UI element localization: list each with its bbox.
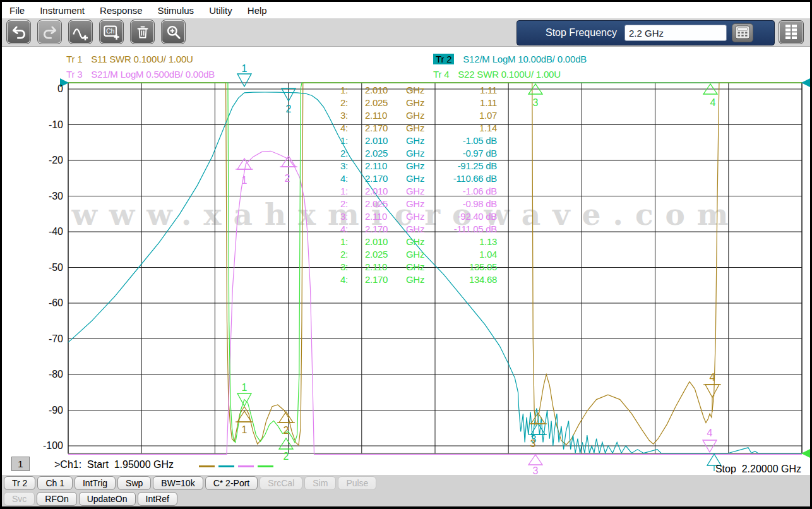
- trace-id-badge: Tr 3: [66, 69, 82, 80]
- menu-item-stimulus[interactable]: Stimulus: [150, 5, 202, 16]
- trace-format-label: S11 SWR 0.100U/ 1.00U: [91, 54, 193, 64]
- statusbar-button-rfon[interactable]: RFOn: [37, 492, 76, 506]
- marker-frequency-unit: GHz: [406, 109, 431, 122]
- undo-button[interactable]: [6, 20, 31, 44]
- marker-number: 4:: [323, 273, 348, 286]
- marker-frequency: 2.170: [365, 122, 400, 135]
- statusbar-button-updateon[interactable]: UpdateOn: [79, 492, 136, 506]
- delete-button[interactable]: [130, 20, 155, 44]
- add-trace-button[interactable]: [68, 20, 93, 44]
- legend-dash: [199, 465, 215, 467]
- marker-value: 134.68: [429, 273, 497, 286]
- svg-text:1: 1: [242, 382, 248, 393]
- statusbar-button-bw-10k[interactable]: BW=10k: [153, 476, 203, 490]
- marker-value: -1.06 dB: [429, 185, 497, 198]
- status-button-bar: Tr 2Ch 1IntTrigSwpBW=10kC* 2-PortSrcCalS…: [2, 475, 810, 506]
- y-axis-tick-label: -10: [25, 119, 63, 131]
- marker-value: 1.04: [429, 248, 497, 261]
- statusbar-button-inttrig[interactable]: IntTrig: [75, 476, 116, 490]
- y-axis-tick-label: -50: [25, 262, 63, 273]
- marker-value: -0.97 dB: [429, 147, 497, 160]
- marker-frequency-unit: GHz: [406, 84, 431, 97]
- svg-text:2: 2: [286, 104, 292, 114]
- display-area: www.xahxmicrowave.com 123123412341234 Tr…: [2, 47, 810, 475]
- stop-frequency-readout: Stop 2.20000 GHz: [715, 464, 801, 475]
- statusbar-button-pulse[interactable]: Pulse: [338, 476, 376, 490]
- toolbar: Ch Stop Frequency: [2, 18, 810, 47]
- trace-header-2[interactable]: Tr 2S12/M LogM 10.00dB/ 0.00dB: [433, 54, 587, 64]
- svg-text:4: 4: [710, 372, 715, 383]
- marker-number: 1:: [323, 135, 348, 147]
- marker-glyph: 1: [237, 382, 251, 406]
- marker-glyph: 3: [528, 84, 542, 108]
- marker-value: 1.14: [429, 122, 497, 135]
- menu-item-response[interactable]: Response: [92, 5, 150, 16]
- undo-icon: [11, 24, 27, 40]
- marker-value: -0.98 dB: [429, 198, 497, 210]
- menu-item-file[interactable]: File: [2, 5, 32, 16]
- marker-frequency-unit: GHz: [406, 97, 431, 109]
- marker-glyph: 4: [703, 372, 721, 412]
- marker-frequency-unit: GHz: [406, 122, 431, 135]
- y-axis-tick-label: -70: [25, 333, 63, 345]
- redo-button[interactable]: [37, 20, 62, 44]
- menu-item-utility[interactable]: Utility: [201, 5, 240, 16]
- stop-frequency-label: Stop Frequency: [546, 27, 617, 39]
- marker-number: 3:: [323, 210, 348, 223]
- marker-frequency-unit: GHz: [406, 236, 431, 248]
- statusbar-button-svc[interactable]: Svc: [4, 492, 35, 506]
- marker-number: 2:: [323, 248, 348, 261]
- statusbar-button-srccal[interactable]: SrcCal: [260, 476, 302, 490]
- trace-format-label: S21/M LogM 0.500dB/ 0.00dB: [91, 69, 215, 80]
- marker-frequency: 2.010: [365, 84, 400, 97]
- statusbar-button-c-2-port[interactable]: C* 2-Port: [205, 476, 258, 490]
- reference-level-arrow: [801, 78, 810, 87]
- trace-header-1[interactable]: Tr 1S11 SWR 0.100U/ 1.00U: [66, 54, 193, 64]
- y-axis-tick-label: -20: [25, 155, 63, 166]
- start-frequency-readout: >Ch1: Start 1.95000 GHz: [54, 459, 174, 470]
- y-axis-tick-label: -60: [25, 297, 63, 309]
- svg-text:2: 2: [284, 451, 289, 462]
- redo-icon: [42, 24, 58, 40]
- svg-text:1: 1: [242, 175, 248, 186]
- marker-frequency: 2.110: [365, 261, 400, 273]
- marker-value: -91.25 dB: [429, 160, 497, 172]
- add-channel-button[interactable]: Ch: [99, 20, 124, 44]
- y-axis-tick-label: -100: [25, 440, 63, 452]
- channel-indicator[interactable]: 1: [11, 457, 30, 471]
- marker-table-toggle-button[interactable]: [779, 20, 804, 44]
- svg-text:3: 3: [533, 465, 539, 475]
- marker-number: 1:: [323, 236, 348, 248]
- trace-id-badge: Tr 4: [433, 69, 449, 80]
- zoom-in-button[interactable]: [161, 20, 186, 44]
- marker-number: 2:: [323, 97, 348, 109]
- marker-frequency-unit: GHz: [406, 210, 431, 223]
- marker-number: 3:: [323, 261, 348, 273]
- trace-format-label: S22 SWR 0.100U/ 1.00U: [458, 69, 561, 80]
- svg-text:Ch: Ch: [105, 27, 114, 35]
- marker-number: 3:: [323, 109, 348, 122]
- svg-text:3: 3: [530, 438, 536, 449]
- statusbar-button-swp[interactable]: Swp: [117, 476, 151, 490]
- stop-frequency-input[interactable]: [624, 25, 727, 41]
- marker-frequency: 2.170: [365, 172, 400, 185]
- statusbar-button-sim[interactable]: Sim: [304, 476, 336, 490]
- marker-number: 1:: [323, 185, 348, 198]
- y-axis-tick-label: -30: [25, 191, 63, 202]
- marker-frequency: 2.010: [365, 135, 400, 147]
- trace-header-4[interactable]: Tr 4S22 SWR 0.100U/ 1.00U: [433, 69, 561, 80]
- menu-item-help[interactable]: Help: [240, 5, 275, 16]
- statusbar-button-intref[interactable]: IntRef: [138, 492, 177, 506]
- trace-header-3[interactable]: Tr 3S21/M LogM 0.500dB/ 0.00dB: [66, 69, 215, 80]
- statusbar-button-tr-2[interactable]: Tr 2: [4, 476, 35, 490]
- marker-frequency-unit: GHz: [406, 223, 431, 236]
- marker-frequency-unit: GHz: [406, 135, 431, 147]
- keypad-button[interactable]: [732, 23, 753, 42]
- statusbar-button-ch-1[interactable]: Ch 1: [37, 476, 73, 490]
- menu-item-instrument[interactable]: Instrument: [32, 5, 92, 16]
- marker-glyph: 4: [703, 428, 717, 452]
- marker-frequency-unit: GHz: [406, 273, 431, 286]
- svg-text:2: 2: [285, 173, 290, 184]
- trace-format-label: S12/M LogM 10.00dB/ 0.00dB: [463, 54, 587, 64]
- marker-value: -92.40 dB: [429, 210, 497, 223]
